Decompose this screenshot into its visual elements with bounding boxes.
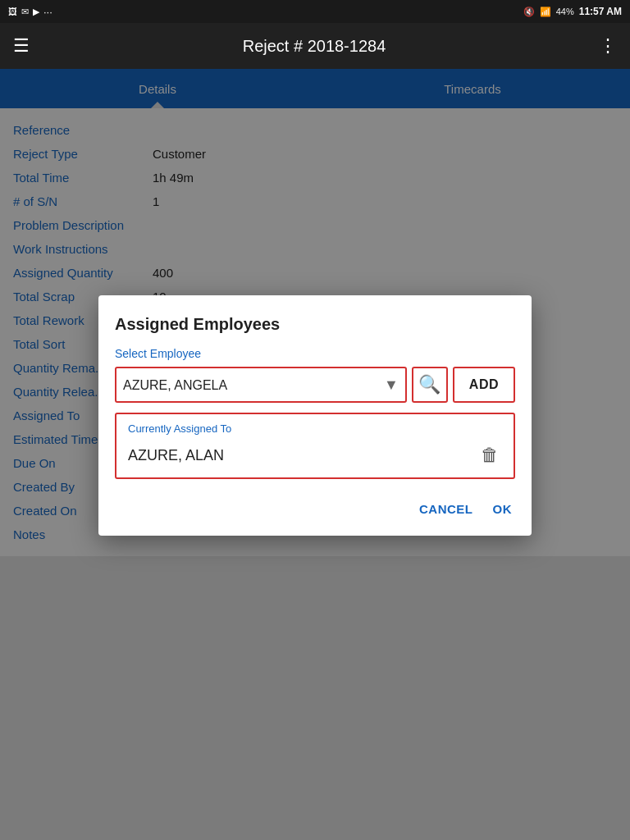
add-button[interactable]: ADD xyxy=(453,367,515,403)
chevron-down-icon: ▼ xyxy=(384,377,399,394)
app-bar-title: Reject # 2018-1284 xyxy=(243,37,386,56)
img-icon: 🖼 xyxy=(8,7,17,16)
status-time: 11:57 AM xyxy=(579,6,622,17)
app-bar: ☰ Reject # 2018-1284 ⋮ xyxy=(0,23,630,69)
select-employee-label: Select Employee xyxy=(115,347,515,360)
employee-select[interactable]: AZURE, ANGELA AZURE, ALAN xyxy=(123,378,384,392)
menu-icon[interactable]: ☰ xyxy=(13,35,30,57)
delete-assigned-button[interactable]: 🗑 xyxy=(477,441,502,469)
employee-select-wrapper: AZURE, ANGELA AZURE, ALAN ▼ xyxy=(115,367,407,403)
assigned-row: AZURE, ALAN 🗑 xyxy=(128,441,502,469)
cancel-button[interactable]: CANCEL xyxy=(416,495,477,523)
assigned-employee-name: AZURE, ALAN xyxy=(128,447,224,464)
trash-icon: 🗑 xyxy=(481,445,499,465)
currently-assigned-box: Currently Assigned To AZURE, ALAN 🗑 xyxy=(115,413,515,479)
assigned-employees-dialog: Assigned Employees Select Employee AZURE… xyxy=(98,295,532,536)
select-row: AZURE, ANGELA AZURE, ALAN ▼ 🔍 ADD xyxy=(115,367,515,403)
battery-icon: 44% xyxy=(556,7,574,16)
more-vertical-icon[interactable]: ⋮ xyxy=(599,35,617,57)
wifi-icon: 📶 xyxy=(540,7,551,17)
mute-icon: 🔇 xyxy=(523,7,535,17)
more-dots: ··· xyxy=(43,6,52,18)
search-icon: 🔍 xyxy=(418,374,441,395)
status-bar: 🖼 ✉ ▶ ··· 🔇 📶 44% 11:57 AM xyxy=(0,0,630,23)
dialog-title: Assigned Employees xyxy=(115,315,515,334)
status-bar-left: 🖼 ✉ ▶ ··· xyxy=(8,6,52,18)
currently-assigned-label: Currently Assigned To xyxy=(128,422,502,435)
media-icon: ▶ xyxy=(33,7,39,17)
ok-button[interactable]: OK xyxy=(490,495,516,523)
search-button[interactable]: 🔍 xyxy=(412,367,448,403)
dialog-actions: CANCEL OK xyxy=(115,492,515,523)
msg-icon: ✉ xyxy=(21,7,29,17)
status-bar-right: 🔇 📶 44% 11:57 AM xyxy=(523,6,622,17)
